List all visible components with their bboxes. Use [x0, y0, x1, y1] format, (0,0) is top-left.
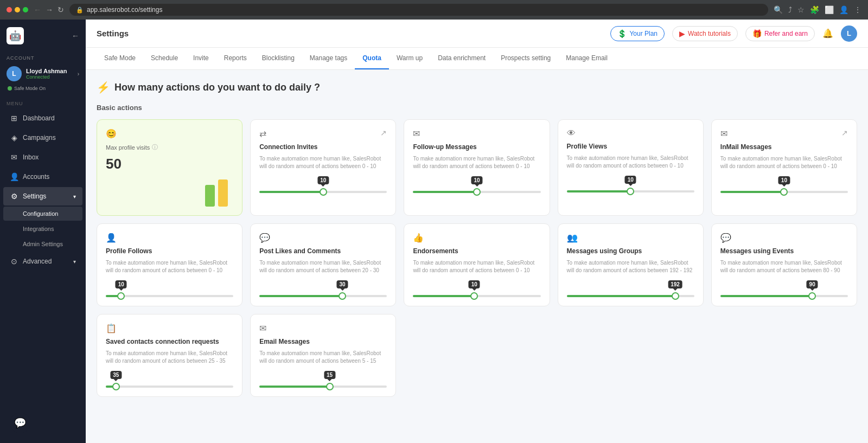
slider-track[interactable]: [413, 295, 540, 297]
search-browser-icon[interactable]: 🔍: [774, 5, 783, 14]
sidebar-label-settings: Settings: [23, 192, 46, 200]
slider-fill: [413, 295, 474, 297]
slider-area[interactable]: 10: [720, 180, 848, 193]
forward-btn[interactable]: →: [46, 5, 53, 14]
campaigns-icon: ◈: [10, 133, 18, 142]
topbar-actions: 💲 Your Plan ▶ Watch tutorials 🎁 Refer an…: [610, 25, 857, 42]
extensions-icon[interactable]: 🧩: [810, 5, 819, 14]
slider-area[interactable]: 192: [567, 284, 694, 297]
slider-track[interactable]: [567, 295, 694, 297]
tab-blocklisting[interactable]: Blocklisting: [254, 48, 302, 69]
main-content: Settings 💲 Your Plan ▶ Watch tutorials 🎁…: [86, 20, 868, 443]
card-profile-visits: 😊 Max profile visits ⓘ 50: [97, 119, 242, 216]
url-bar[interactable]: 🔒 app.salesrobot.co/settings: [69, 4, 768, 16]
heading-lightning-icon: ⚡: [97, 81, 110, 94]
slider-thumb[interactable]: [117, 292, 125, 300]
back-btn[interactable]: ←: [34, 5, 41, 14]
slider-thumb[interactable]: [627, 188, 634, 195]
refer-earn-label: Refer and earn: [764, 30, 808, 37]
slider-area[interactable]: 10: [259, 180, 387, 193]
tab-manage-tags[interactable]: Manage tags: [302, 48, 355, 69]
sidebar-item-settings[interactable]: ⚙ Settings ▾: [3, 187, 82, 206]
card-top: 💬: [720, 233, 848, 243]
slider-area[interactable]: 90: [720, 284, 848, 297]
profile-icon[interactable]: 👤: [839, 5, 848, 14]
refresh-btn[interactable]: ↻: [58, 5, 64, 14]
card-inmail-messages: ✉ ↗ InMail Messages To make automation m…: [711, 119, 857, 216]
refer-earn-button[interactable]: 🎁 Refer and earn: [745, 26, 815, 41]
tab-prospects-setting[interactable]: Prospects setting: [493, 48, 558, 69]
slider-track[interactable]: [259, 191, 387, 193]
slider-track[interactable]: [106, 295, 233, 297]
sidebar-item-dashboard[interactable]: ⊞ Dashboard: [3, 109, 82, 127]
share-icon[interactable]: ⤴: [788, 5, 792, 14]
inbox-icon: ✉: [10, 153, 18, 162]
notification-icon[interactable]: 🔔: [822, 28, 833, 38]
tab-quota[interactable]: Quota: [355, 48, 389, 69]
sidebar-label-dashboard: Dashboard: [23, 114, 55, 122]
card-top: 👍: [413, 233, 540, 243]
slider-track[interactable]: [720, 295, 848, 297]
sidebar-item-admin[interactable]: Admin Settings: [3, 237, 82, 251]
account-info[interactable]: L Lloyd Ashman Connected ›: [0, 63, 86, 85]
sidebar-item-campaigns[interactable]: ◈ Campaigns: [3, 129, 82, 147]
slider-thumb[interactable]: [112, 383, 120, 390]
sidebar-collapse-btn[interactable]: ←: [72, 31, 79, 40]
slider-thumb[interactable]: [473, 188, 481, 196]
sidebar-label-campaigns: Campaigns: [23, 134, 56, 142]
slider-track[interactable]: [259, 386, 387, 388]
tab-icon[interactable]: ⬜: [825, 5, 834, 14]
slider-area[interactable]: 10: [413, 180, 540, 193]
card-top: ✉ ↗: [720, 129, 848, 139]
slider-track[interactable]: [720, 191, 848, 193]
slider-thumb[interactable]: [780, 188, 788, 196]
account-section-label: ACCOUNT: [0, 52, 86, 63]
slider-thumb[interactable]: [320, 188, 327, 196]
sidebar-label-inbox: Inbox: [23, 153, 39, 161]
tab-warm-up[interactable]: Warm up: [389, 48, 430, 69]
sidebar-item-advanced[interactable]: ⊙ Advanced ▾: [3, 252, 82, 271]
tab-schedule[interactable]: Schedule: [143, 48, 186, 69]
maximize-window-btn[interactable]: [23, 7, 28, 12]
sidebar-item-inbox[interactable]: ✉ Inbox: [3, 148, 82, 166]
slider-area[interactable]: 30: [259, 284, 387, 297]
bookmark-icon[interactable]: ☆: [797, 5, 805, 14]
slider-area[interactable]: 15: [259, 375, 387, 388]
slider-track[interactable]: [413, 191, 540, 193]
slider-thumb[interactable]: [808, 292, 816, 300]
slider-thumb[interactable]: [672, 292, 679, 300]
tab-data-enrichment[interactable]: Data enrichment: [430, 48, 493, 69]
slider-area[interactable]: 10: [413, 284, 540, 297]
slider-badge: 35: [110, 371, 122, 379]
sidebar-item-accounts[interactable]: 👤 Accounts: [3, 168, 82, 186]
slider-thumb[interactable]: [339, 292, 346, 300]
user-avatar[interactable]: L: [841, 25, 857, 42]
slider-fill: [567, 295, 675, 297]
slider-area[interactable]: 10: [567, 179, 694, 192]
sidebar-item-integrations[interactable]: Integrations: [3, 222, 82, 236]
slider-area[interactable]: 10: [106, 284, 233, 297]
watch-tutorials-button[interactable]: ▶ Watch tutorials: [672, 26, 738, 41]
slider-thumb[interactable]: [470, 292, 478, 300]
tab-invite[interactable]: Invite: [186, 48, 216, 69]
lock-icon: 🔒: [76, 7, 84, 14]
minimize-window-btn[interactable]: [15, 7, 20, 12]
slider-thumb[interactable]: [326, 383, 334, 390]
tab-manage-email[interactable]: Manage Email: [558, 48, 615, 69]
saved-contacts-icon: 📋: [106, 323, 117, 333]
slider-track[interactable]: [106, 386, 233, 388]
chat-bubble[interactable]: 💬: [10, 413, 30, 433]
card-title: Email Messages: [259, 338, 387, 345]
admin-label: Admin Settings: [23, 241, 63, 247]
slider-area[interactable]: 35: [106, 375, 233, 388]
your-plan-button[interactable]: 💲 Your Plan: [610, 26, 665, 41]
slider-track[interactable]: [259, 295, 387, 297]
close-window-btn[interactable]: [7, 7, 12, 12]
tab-safe-mode[interactable]: Safe Mode: [97, 48, 143, 69]
card-title: Post Likes and Comments: [259, 247, 387, 255]
tab-reports[interactable]: Reports: [216, 48, 254, 69]
sidebar-item-configuration[interactable]: Configuration: [3, 207, 82, 221]
slider-fill: [413, 191, 477, 193]
slider-track[interactable]: [567, 190, 694, 192]
menu-icon[interactable]: ⋮: [854, 5, 861, 14]
